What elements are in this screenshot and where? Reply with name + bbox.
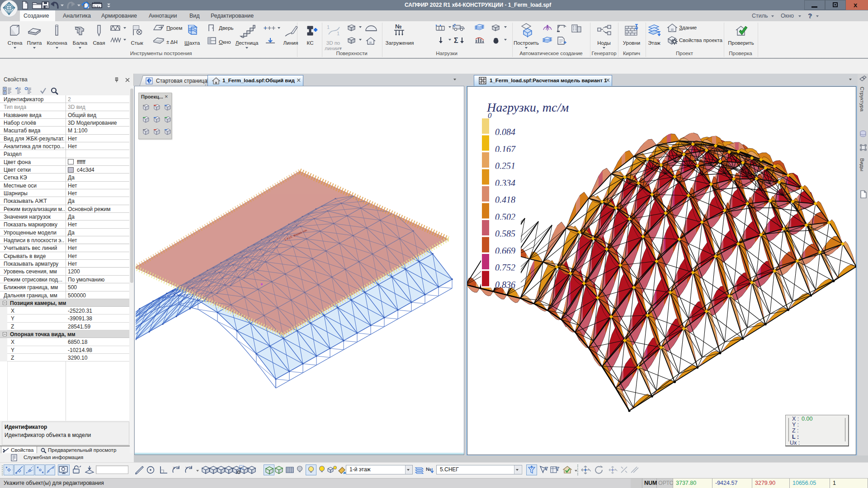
svg-text:№: № [395,23,402,30]
svg-text:№: № [426,466,431,472]
svg-text:1: 1 [327,24,330,30]
svg-text:0.836: 0.836 [495,280,515,290]
svg-text:1: 1 [337,31,340,36]
svg-text:X: X [173,466,175,470]
svg-text:Нагрузки, тс/м: Нагрузки, тс/м [486,100,569,114]
svg-text:Σ: Σ [454,37,458,44]
svg-text:Y: Y [185,466,188,470]
